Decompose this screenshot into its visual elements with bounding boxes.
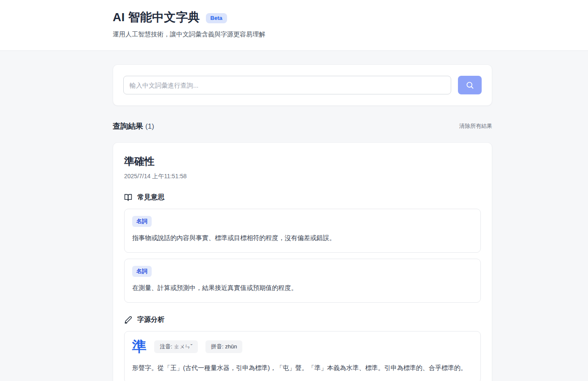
search-card — [113, 64, 492, 106]
pinyin-badge: 拼音: zhǔn — [205, 340, 242, 353]
meaning-text: 指事物或說話的內容與事實、標準或目標相符的程度，沒有偏差或錯誤。 — [132, 233, 473, 243]
book-open-icon — [124, 193, 132, 202]
page-title: AI 智能中文字典 — [113, 9, 200, 25]
meaning-card: 名詞 在測量、計算或預測中，結果接近真實值或預期值的程度。 — [124, 259, 481, 303]
search-input[interactable] — [123, 76, 451, 94]
search-button[interactable] — [458, 76, 482, 94]
clear-results-button[interactable]: 清除所有結果 — [459, 122, 492, 130]
result-card: 準確性 2025/7/14 上午11:51:58 常見意思 名詞 指事物或說話的… — [113, 142, 492, 381]
etymology-section-title: 字源分析 — [137, 315, 164, 324]
meanings-section-header: 常見意思 — [124, 193, 481, 202]
etymology-description: 形聲字。從「王」(古代一種量水器，引申為標準)，「屯」聲。「準」本義為水準、標準… — [132, 362, 473, 373]
etymology-card: 準 注音: ㄓㄨㄣˇ 拼音: zhǔn 形聲字。從「王」(古代一種量水器，引申為… — [124, 331, 481, 381]
app-header: AI 智能中文字典 Beta 運用人工智慧技術，讓中文詞彙含義與字源更容易理解 — [0, 0, 588, 51]
etymology-section-header: 字源分析 — [124, 315, 481, 324]
meanings-section-title: 常見意思 — [137, 193, 164, 202]
beta-badge: Beta — [206, 13, 227, 23]
part-of-speech-badge: 名詞 — [132, 266, 152, 277]
etymology-character: 準 — [132, 338, 147, 355]
results-heading-label: 查詢結果 — [113, 122, 143, 130]
entry-word: 準確性 — [124, 155, 481, 168]
search-icon — [466, 81, 474, 89]
results-count: (1) — [145, 122, 154, 130]
results-header: 查詢結果 (1) 清除所有結果 — [113, 121, 492, 131]
results-heading: 查詢結果 (1) — [113, 121, 154, 131]
pen-icon — [124, 316, 132, 324]
page-subtitle: 運用人工智慧技術，讓中文詞彙含義與字源更容易理解 — [113, 30, 492, 39]
meaning-text: 在測量、計算或預測中，結果接近真實值或預期值的程度。 — [132, 283, 473, 293]
part-of-speech-badge: 名詞 — [132, 216, 152, 227]
meaning-card: 名詞 指事物或說話的內容與事實、標準或目標相符的程度，沒有偏差或錯誤。 — [124, 209, 481, 253]
main-content: 查詢結果 (1) 清除所有結果 準確性 2025/7/14 上午11:51:58… — [0, 64, 588, 381]
zhuyin-badge: 注音: ㄓㄨㄣˇ — [154, 340, 198, 353]
entry-timestamp: 2025/7/14 上午11:51:58 — [124, 173, 481, 180]
